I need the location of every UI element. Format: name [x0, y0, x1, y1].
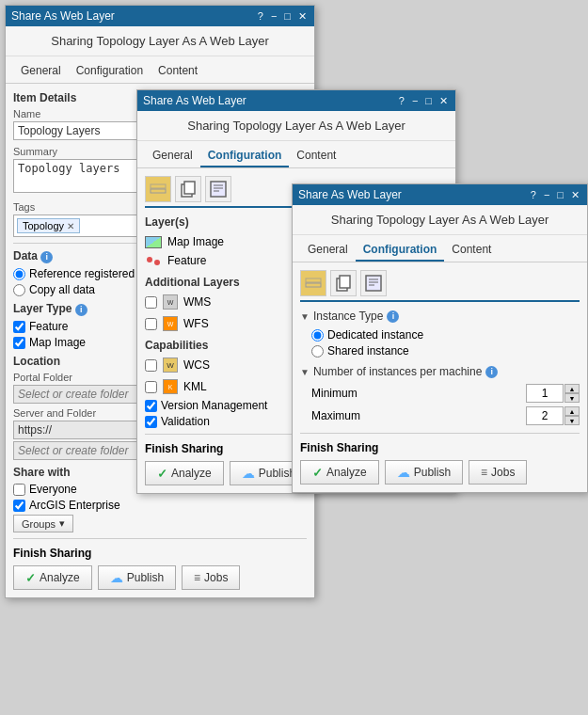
dialog-3-analyze-button[interactable]: ✓ Analyze [300, 460, 379, 485]
instance-type-header[interactable]: ▼ Instance Type i [300, 310, 580, 323]
dialog-1-jobs-button[interactable]: ≡ Jobs [182, 565, 240, 590]
groups-button[interactable]: Groups ▾ [13, 515, 73, 532]
dialog-3-titlebar: Share As Web Layer ? − □ ✕ [293, 184, 587, 205]
instance-type-form: Dedicated instance Shared instance [300, 328, 580, 358]
dialog-2-minimize[interactable]: − [410, 95, 420, 107]
maximum-input[interactable] [526, 406, 564, 425]
dialog-1-controls: ? − □ ✕ [256, 10, 309, 23]
dialog-3-title: Share As Web Layer [298, 188, 402, 201]
dialog-1-finish-buttons: ✓ Analyze ☁ Publish ≡ Jobs [13, 565, 307, 590]
dialog-1-titlebar: Share As Web Layer ? − □ ✕ [6, 6, 314, 26]
minimum-decrement[interactable]: ▼ [564, 393, 580, 403]
feature-label: Feature [167, 254, 206, 267]
dialog-3-minimize[interactable]: − [542, 189, 551, 201]
wcs-icon: W [163, 358, 178, 373]
dialog-1-tab-configuration[interactable]: Configuration [69, 60, 151, 83]
dialog-1-maximize[interactable]: □ [282, 10, 293, 23]
dialog-1-minimize[interactable]: − [269, 10, 278, 23]
dialog-3-finish-buttons: ✓ Analyze ☁ Publish ≡ Jobs [300, 460, 580, 485]
tag-topology-remove[interactable]: ✕ [67, 221, 74, 231]
d3-pages-strip-icon[interactable] [360, 270, 387, 296]
wms-icon: W [163, 294, 178, 310]
instance-type-label: Instance Type [313, 310, 384, 323]
tag-topology-label: Topology [23, 220, 64, 231]
d2-publish-cloud-icon: ☁ [242, 466, 255, 481]
dialog-1-tab-general[interactable]: General [13, 60, 69, 83]
dialog-3-jobs-button[interactable]: ≡ Jobs [469, 460, 527, 485]
layers-strip-icon[interactable] [145, 176, 171, 202]
maximum-row: Maximum ▲ ▼ [311, 406, 580, 425]
dialog-1-analyze-button[interactable]: ✓ Analyze [13, 565, 92, 590]
dialog-1-tabs: General Configuration Content [6, 56, 314, 84]
dialog-3-tab-general[interactable]: General [300, 239, 356, 262]
dialog-3-tab-configuration[interactable]: Configuration [356, 239, 445, 262]
dialog-2-controls: ? − □ ✕ [397, 95, 450, 107]
dialog-2-subtitle: Sharing Topology Layer As A Web Layer [137, 111, 455, 141]
instances-per-machine-header[interactable]: ▼ Number of instances per machine i [300, 365, 580, 378]
layer-type-info-icon[interactable]: i [75, 304, 87, 316]
svg-rect-9 [306, 278, 321, 282]
shared-instance-radio[interactable]: Shared instance [311, 344, 580, 358]
instances-per-machine-form: Minimum ▲ ▼ Maximum ▲ ▼ [300, 384, 580, 425]
jobs-list-icon: ≡ [194, 571, 200, 584]
feature-layer-icon [145, 255, 162, 267]
dialog-2-analyze-button[interactable]: ✓ Analyze [145, 461, 224, 485]
dialog-1-jobs-label: Jobs [204, 571, 228, 584]
maximum-increment[interactable]: ▲ [564, 406, 580, 416]
kml-label: KML [183, 380, 207, 393]
d3-copy-strip-icon[interactable] [330, 270, 357, 296]
wms-label: WMS [183, 295, 211, 309]
svg-rect-8 [306, 283, 321, 287]
svg-rect-12 [366, 276, 381, 291]
dialog-3-help[interactable]: ? [529, 189, 538, 201]
instances-per-machine-info-icon[interactable]: i [485, 366, 498, 378]
dialog-2-tab-configuration[interactable]: Configuration [200, 145, 290, 167]
dialog-2-help[interactable]: ? [397, 95, 406, 107]
dialog-3-finish-sharing: Finish Sharing ✓ Analyze ☁ Publish ≡ Job… [300, 441, 580, 485]
dialog-2-publish-label: Publish [259, 467, 295, 480]
kml-icon: K [163, 379, 178, 394]
dialog-3-jobs-label: Jobs [491, 466, 515, 479]
maximum-spinner-buttons: ▲ ▼ [564, 406, 580, 425]
dialog-3-analyze-label: Analyze [326, 466, 367, 479]
version-management-label: Version Management [161, 399, 267, 412]
dialog-3-controls: ? − □ ✕ [529, 189, 581, 201]
maximum-spinner: ▲ ▼ [526, 406, 580, 425]
share-enterprise[interactable]: ArcGIS Enterprise [13, 499, 307, 512]
dedicated-instance-radio[interactable]: Dedicated instance [311, 328, 580, 342]
svg-rect-3 [184, 182, 195, 194]
dialog-3-maximize[interactable]: □ [555, 189, 565, 201]
dialog-1-tab-content[interactable]: Content [151, 60, 205, 83]
data-info-icon[interactable]: i [40, 251, 53, 263]
minimum-input[interactable] [526, 384, 564, 403]
dialog-3-tab-content[interactable]: Content [444, 239, 499, 262]
d3-layers-strip-icon[interactable] [300, 270, 326, 296]
dialog-3-finish-title: Finish Sharing [300, 441, 580, 454]
maximum-label: Maximum [311, 409, 360, 422]
dialog-2-maximize[interactable]: □ [423, 95, 434, 107]
instances-per-machine-arrow: ▼ [300, 367, 310, 377]
dialog-1-publish-button[interactable]: ☁ Publish [98, 565, 176, 590]
instance-type-radios: Dedicated instance Shared instance [311, 328, 580, 358]
dialog-2-tab-general[interactable]: General [145, 145, 200, 167]
d3-analyze-check-icon: ✓ [312, 466, 323, 480]
minimum-increment[interactable]: ▲ [564, 384, 580, 393]
minimum-spinner-buttons: ▲ ▼ [564, 384, 580, 403]
maximum-decrement[interactable]: ▼ [564, 416, 580, 425]
svg-rect-0 [151, 189, 166, 193]
dialog-2-close[interactable]: ✕ [437, 95, 450, 107]
dialog-2-title: Share As Web Layer [143, 94, 246, 107]
validation-label: Validation [161, 415, 210, 428]
dialog-2-tab-content[interactable]: Content [289, 145, 343, 167]
copy-strip-icon[interactable] [175, 176, 201, 202]
dialog-3-publish-button[interactable]: ☁ Publish [385, 460, 463, 485]
dialog-1-help[interactable]: ? [256, 10, 265, 23]
dialog-3-close[interactable]: ✕ [569, 189, 581, 201]
dialog-1-finish-sharing: Finish Sharing ✓ Analyze ☁ Publish ≡ Job… [13, 547, 307, 590]
dialog-1-close[interactable]: ✕ [296, 10, 309, 23]
pages-strip-icon[interactable] [205, 176, 231, 202]
instances-per-machine-label: Number of instances per machine [313, 365, 482, 378]
instance-type-info-icon[interactable]: i [387, 310, 399, 323]
dialog-1-finish-title: Finish Sharing [13, 547, 307, 560]
dialog-2-tabs: General Configuration Content [137, 141, 455, 168]
